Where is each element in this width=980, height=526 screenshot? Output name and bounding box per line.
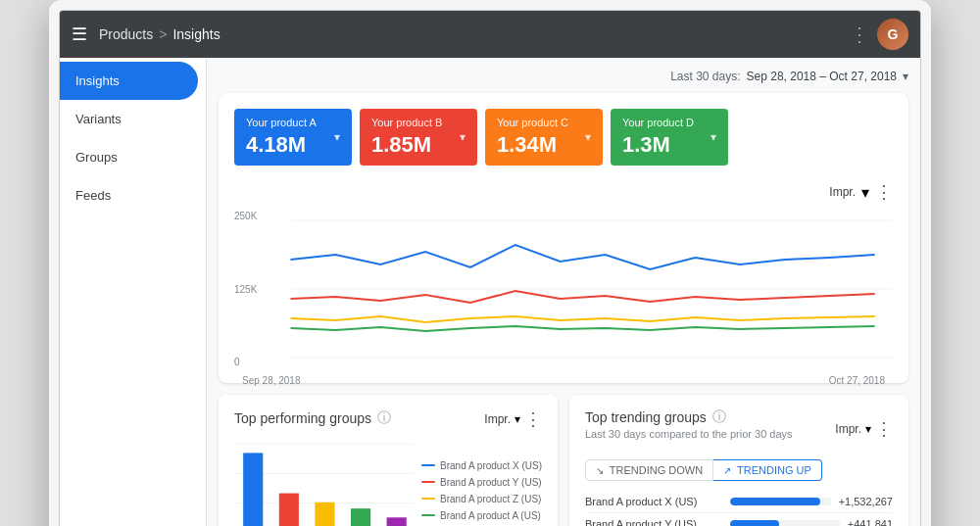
product-tab-b[interactable]: Your product B 1.85M ▾: [360, 109, 477, 166]
bar-impr-label[interactable]: Impr.: [484, 412, 511, 426]
svg-rect-10: [351, 508, 370, 526]
trending-tabs: ↘ TRENDING DOWN ↗ TRENDING UP: [585, 459, 893, 481]
svg-rect-7: [243, 453, 263, 526]
product-tab-c-name: Your product C: [497, 117, 568, 128]
sidebar-item-insights[interactable]: Insights: [60, 62, 198, 100]
trending-subtitle: Last 30 days compared to the prior 30 da…: [585, 428, 793, 440]
product-tab-c-value: 1.34M: [497, 132, 568, 158]
legend-color-y: [421, 481, 435, 483]
product-tab-a[interactable]: Your product A 4.18M ▾: [234, 109, 352, 166]
trending-name-2: Brand A product Y (US): [585, 518, 722, 526]
date-filter-label: Last 30 days:: [670, 70, 740, 83]
top-bar: ☰ Products > Insights ⋮ G: [60, 11, 920, 58]
trending-value-2: +441,841: [848, 518, 893, 526]
legend-color-a: [421, 514, 435, 516]
bar-card-header: Top performing groups ⓘ Impr. ▾ ⋮: [234, 408, 542, 430]
trending-info-icon: ⓘ: [712, 408, 726, 426]
chart-more-icon[interactable]: ⋮: [875, 181, 893, 203]
product-tabs: Your product A 4.18M ▾ Your product B 1.…: [234, 109, 893, 166]
trending-card-title: Top trending groups ⓘ: [585, 408, 793, 426]
sidebar: Insights Variants Groups Feeds: [60, 58, 207, 526]
table-row: Brand A product X (US) +1,532,267: [585, 491, 893, 513]
breadcrumb-insights[interactable]: Insights: [172, 26, 220, 42]
product-tab-d-name: Your product D: [622, 117, 694, 128]
legend-item-x: Brand A product X (US): [421, 460, 542, 471]
product-tab-b-name: Your product B: [371, 117, 442, 128]
trending-bar-fill-1: [730, 498, 820, 505]
product-tab-b-value: 1.85M: [371, 132, 442, 158]
legend-color-x: [421, 464, 435, 466]
top-bar-actions: ⋮ G: [850, 19, 908, 50]
breadcrumb-products[interactable]: Products: [99, 26, 153, 42]
bar-chart-svg: [234, 440, 414, 526]
bar-card-title: Top performing groups ⓘ: [234, 409, 391, 427]
tab-trending-down[interactable]: ↘ TRENDING DOWN: [585, 459, 713, 481]
legend-item-z: Brand A product Z (US): [421, 494, 542, 504]
product-tab-a-value: 4.18M: [246, 132, 317, 158]
avatar[interactable]: G: [877, 19, 908, 50]
impr-select[interactable]: Impr.: [829, 185, 856, 199]
main-layout: Insights Variants Groups Feeds Last 30 d…: [60, 58, 920, 526]
trending-more-icon[interactable]: ⋮: [875, 418, 893, 440]
more-options-icon[interactable]: ⋮: [850, 23, 869, 46]
screen: ☰ Products > Insights ⋮ G Insights: [59, 10, 921, 526]
date-range: Sep 28, 2018 – Oct 27, 2018: [747, 70, 897, 83]
trending-name-1: Brand A product X (US): [585, 496, 722, 507]
line-chart: 250K 125K 0: [234, 211, 893, 367]
legend-item-y: Brand A product Y (US): [421, 477, 542, 488]
sidebar-item-feeds[interactable]: Feeds: [60, 176, 206, 215]
trending-impr-label[interactable]: Impr.: [835, 422, 861, 436]
product-tab-a-arrow: ▾: [334, 130, 340, 144]
bar-chart-legend: Brand A product X (US) Brand A product Y…: [421, 440, 542, 526]
product-tab-c[interactable]: Your product C 1.34M ▾: [485, 109, 603, 166]
bar-chart-area: 0 Brand A product X (US) Brand A product…: [234, 440, 542, 526]
product-tab-c-arrow: ▾: [585, 130, 591, 144]
chart-x-labels: Sep 28, 2018 Oct 27, 2018: [234, 375, 893, 386]
product-tab-d[interactable]: Your product D 1.3M ▾: [611, 109, 728, 166]
trending-value-1: +1,532,267: [839, 496, 893, 507]
trending-bar-fill-2: [730, 520, 779, 526]
legend-item-a: Brand A product A (US): [421, 510, 542, 521]
bar-chart-main: 0: [234, 440, 414, 526]
svg-rect-11: [387, 517, 407, 526]
bar-impr-dropdown[interactable]: ▾: [514, 412, 520, 426]
legend-color-z: [421, 498, 435, 500]
date-dropdown-icon[interactable]: ▾: [903, 70, 908, 83]
trending-bar-2: [730, 520, 840, 526]
date-filter-bar: Last 30 days: Sep 28, 2018 – Oct 27, 201…: [219, 70, 908, 83]
trending-bar-1: [730, 498, 831, 505]
bar-chart-card: Top performing groups ⓘ Impr. ▾ ⋮: [219, 395, 558, 526]
svg-rect-8: [279, 494, 299, 526]
product-tab-a-name: Your product A: [246, 117, 317, 128]
product-tab-d-arrow: ▾: [710, 130, 716, 144]
bar-more-icon[interactable]: ⋮: [524, 408, 542, 430]
sidebar-item-variants[interactable]: Variants: [60, 100, 206, 138]
tab-trending-up[interactable]: ↗ TRENDING UP: [713, 459, 822, 481]
chart-header-right: Impr. ▾ ⋮: [234, 181, 893, 203]
product-tab-d-value: 1.3M: [622, 132, 694, 158]
svg-rect-9: [315, 502, 334, 526]
table-row: Brand A product Y (US) +441,841: [585, 513, 893, 526]
content-area: Last 30 days: Sep 28, 2018 – Oct 27, 201…: [207, 58, 920, 526]
bottom-cards: Top performing groups ⓘ Impr. ▾ ⋮: [219, 395, 908, 526]
trending-impr-dropdown[interactable]: ▾: [865, 422, 871, 436]
trending-card-header: Top trending groups ⓘ Last 30 days compa…: [585, 408, 893, 450]
breadcrumb-separator: >: [159, 26, 167, 42]
bar-card-info-icon: ⓘ: [377, 409, 391, 427]
product-tab-b-arrow: ▾: [460, 130, 466, 144]
sidebar-item-groups[interactable]: Groups: [60, 138, 206, 176]
breadcrumb: Products > Insights: [99, 26, 850, 42]
impr-dropdown-icon[interactable]: ▾: [861, 183, 869, 202]
line-chart-svg: [234, 211, 893, 367]
hamburger-icon[interactable]: ☰: [72, 24, 87, 45]
trending-card: Top trending groups ⓘ Last 30 days compa…: [569, 395, 908, 526]
main-chart-card: Your product A 4.18M ▾ Your product B 1.…: [219, 93, 908, 383]
laptop-frame: ☰ Products > Insights ⋮ G Insights: [49, 0, 931, 526]
